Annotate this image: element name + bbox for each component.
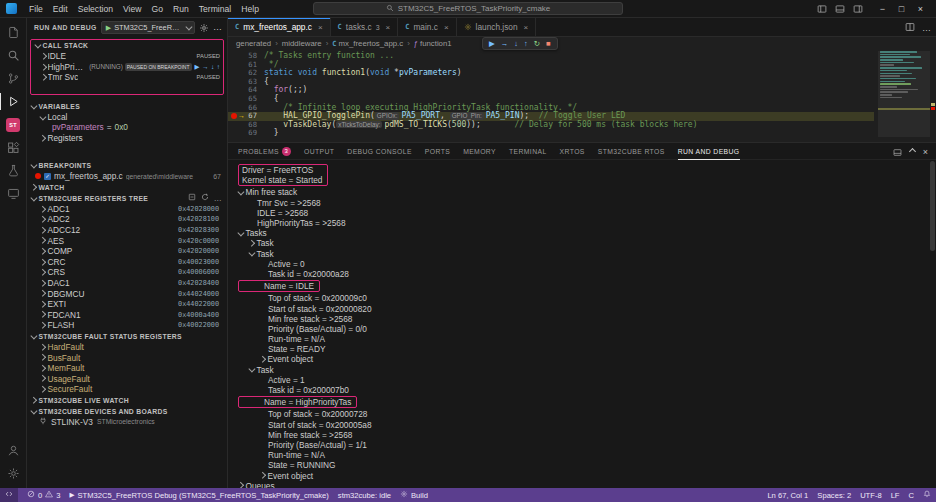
call-stack-header[interactable]: CALL STACK — [31, 40, 223, 51]
debug-launch-status[interactable]: ▶ STM32C5_FreeRTOS Debug (STM32C5_FreeRT… — [69, 491, 328, 500]
editor-more-actions-icon[interactable]: … — [922, 23, 931, 33]
menu-help[interactable]: Help — [236, 0, 264, 18]
editor-tab-launch-json[interactable]: launch.json× — [457, 18, 537, 36]
step-out-button[interactable]: ↑ — [524, 40, 528, 48]
panel-tab-debug-console[interactable]: DEBUG CONSOLE — [347, 143, 412, 160]
registers-tree-header[interactable]: STM32CUBE REGISTERS TREE … — [27, 193, 227, 204]
close-button[interactable]: × — [911, 0, 930, 18]
continue-button[interactable]: ▶ — [195, 63, 200, 71]
rtos-tree-item[interactable]: Active = 0 — [238, 259, 928, 269]
fault-register-memfault[interactable]: MemFault — [27, 363, 227, 374]
rtos-tree-item[interactable]: Top of stack = 0x20000728 — [238, 409, 928, 419]
rtos-tree-item[interactable]: Min free stack = >2568 — [238, 314, 928, 324]
toggle-sidebar-icon[interactable] — [817, 4, 827, 14]
register-item-exti[interactable]: EXTI0x44022000 — [27, 299, 227, 310]
maximize-button[interactable]: □ — [892, 0, 911, 18]
toggle-panel-icon[interactable] — [835, 4, 845, 14]
gear-icon[interactable] — [199, 23, 209, 33]
watch-header[interactable]: WATCH — [27, 182, 227, 193]
fault-register-securefault[interactable]: SecureFault — [27, 384, 227, 395]
devices-header[interactable]: STM32CUBE DEVICES AND BOARDS — [27, 406, 227, 417]
toggle-secondary-sidebar-icon[interactable] — [853, 4, 863, 14]
debug-config-dropdown[interactable]: ▶ STM32C5_FreeRTOS Debug — [101, 21, 195, 34]
rtos-tree-item[interactable]: Start of stack = 0x200005a8 — [238, 420, 928, 430]
continue-button[interactable]: ▶ — [489, 40, 495, 48]
thread-debug-controls[interactable]: ▶→↓↑ — [195, 63, 221, 71]
register-item-adc2[interactable]: ADC20x42028100 — [27, 214, 227, 225]
rtos-tree-item[interactable]: Tasks — [238, 228, 928, 238]
register-item-dbgmcu[interactable]: DBGMCU0x44024000 — [27, 288, 227, 299]
fault-register-busfault[interactable]: BusFault — [27, 352, 227, 363]
call-stack-thread[interactable]: IDLEPAUSED — [31, 51, 223, 62]
rtos-tree-item[interactable]: Name = HighPriorityTas — [240, 397, 351, 407]
rtos-tree-item[interactable]: Run-time = N/A — [238, 334, 928, 344]
rtos-tree-item[interactable]: IDLE = >2568 — [238, 208, 928, 218]
more-actions-icon[interactable]: … — [214, 194, 222, 203]
rtos-tree-item[interactable]: Queues — [238, 481, 928, 488]
panel-tab-run-and-debug[interactable]: RUN AND DEBUG — [678, 143, 740, 160]
rtos-tree-item[interactable]: Task — [238, 238, 928, 248]
register-item-fdcan1[interactable]: FDCAN10x4000a400 — [27, 309, 227, 320]
problems-status[interactable]: 0 3 — [27, 490, 60, 500]
remote-icon[interactable] — [0, 182, 27, 205]
refresh-icon[interactable] — [201, 193, 209, 203]
account-icon[interactable] — [0, 439, 27, 462]
minimize-button[interactable]: − — [873, 0, 892, 18]
editor-tab-mx_freertos_app-c[interactable]: Cmx_freertos_app.c× — [228, 18, 331, 36]
rtos-tree-item[interactable]: Tmr Svc = >2568 — [238, 198, 928, 208]
register-item-flash[interactable]: FLASH0x40022000 — [27, 320, 227, 331]
language-mode[interactable]: C — [909, 491, 914, 500]
test-icon[interactable] — [0, 159, 27, 182]
stop-button[interactable]: ■ — [546, 40, 551, 48]
fault-registers-header[interactable]: STM32CUBE FAULT STATUS REGISTERS — [27, 331, 227, 342]
rtos-tree-item[interactable]: Run-time = N/A — [238, 450, 928, 460]
panel-layout-icon[interactable] — [893, 143, 902, 161]
breadcrumb-item-function1[interactable]: ƒfunction1 — [414, 39, 452, 48]
rtos-tree-item[interactable]: Task — [238, 249, 928, 259]
remote-indicator[interactable] — [0, 488, 18, 502]
register-item-adcc12[interactable]: ADCC120x42028300 — [27, 225, 227, 236]
rtos-tree-item[interactable]: Kernel state = Started — [240, 175, 322, 185]
rtos-tree-item[interactable]: Priority (Base/Actual) = 0/0 — [238, 324, 928, 334]
breakpoint-icon[interactable] — [231, 113, 237, 119]
tab-close-icon[interactable]: × — [444, 23, 449, 32]
breakpoint-item[interactable]: ✓ mx_freertos_app.c generated\middleware… — [27, 171, 227, 182]
live-watch-header[interactable]: STM32CUBE LIVE WATCH — [27, 395, 227, 406]
breakpoint-checkbox[interactable]: ✓ — [44, 173, 51, 180]
encoding-setting[interactable]: UTF-8 — [860, 491, 882, 500]
stm32-icon[interactable]: ST — [0, 113, 27, 136]
variable-item[interactable]: pvParameters = 0x0 — [27, 122, 227, 133]
build-button[interactable]: Build — [400, 490, 428, 500]
code-line-58[interactable]: 58/* Tasks entry function ... — [228, 52, 874, 61]
rtos-tree-item[interactable]: Event object — [238, 354, 928, 364]
source-control-icon[interactable] — [0, 67, 27, 90]
rtos-tree-item[interactable]: Min free stack = >2568 — [238, 430, 928, 440]
code-line-64[interactable]: 64 for(;;) — [228, 86, 874, 95]
panel-tab-output[interactable]: OUTPUT — [304, 143, 334, 160]
fault-register-usagefault[interactable]: UsageFault — [27, 373, 227, 384]
register-item-dac1[interactable]: DAC10x42028400 — [27, 278, 227, 289]
register-item-aes[interactable]: AES0x420c0000 — [27, 235, 227, 246]
minimap-slider[interactable] — [878, 51, 930, 137]
cursor-position[interactable]: Ln 67, Col 1 — [767, 491, 808, 500]
breadcrumb-item-generated[interactable]: generated — [236, 39, 271, 48]
panel-tab-ports[interactable]: PORTS — [425, 143, 450, 160]
panel-maximize-icon[interactable] — [909, 148, 916, 155]
minimap[interactable] — [880, 51, 928, 139]
tab-close-icon[interactable]: × — [524, 23, 529, 32]
scope-local[interactable]: Local — [27, 112, 227, 123]
call-stack-thread[interactable]: HighPriorityTas(RUNNING)PAUSED ON BREAKP… — [31, 62, 223, 73]
tab-close-icon[interactable]: × — [386, 23, 391, 32]
code-line-68[interactable]: 68 vTaskDelay(xTicksToDelay:pdMS_TO_TICK… — [228, 121, 874, 130]
panel-scrollbar[interactable] — [929, 161, 936, 488]
rtos-tree-item[interactable]: Task id = 0x200007b0 — [238, 385, 928, 395]
code-line-63[interactable]: 63{ — [228, 78, 874, 87]
tab-close-icon[interactable]: × — [318, 23, 323, 32]
code-editor[interactable]: 58/* Tasks entry function ...61 */62stat… — [228, 50, 874, 142]
code-line-62[interactable]: 62static void function1(void *pvParamete… — [228, 69, 874, 78]
rtos-tree-item[interactable]: Driver = FreeRTOS — [240, 165, 322, 175]
menu-run[interactable]: Run — [168, 0, 194, 18]
device-item[interactable]: STLINK-V3 STMicroelectronics — [27, 417, 227, 428]
rtos-tree-item[interactable]: Name = IDLE — [240, 281, 314, 291]
more-actions-icon[interactable]: … — [213, 23, 222, 32]
